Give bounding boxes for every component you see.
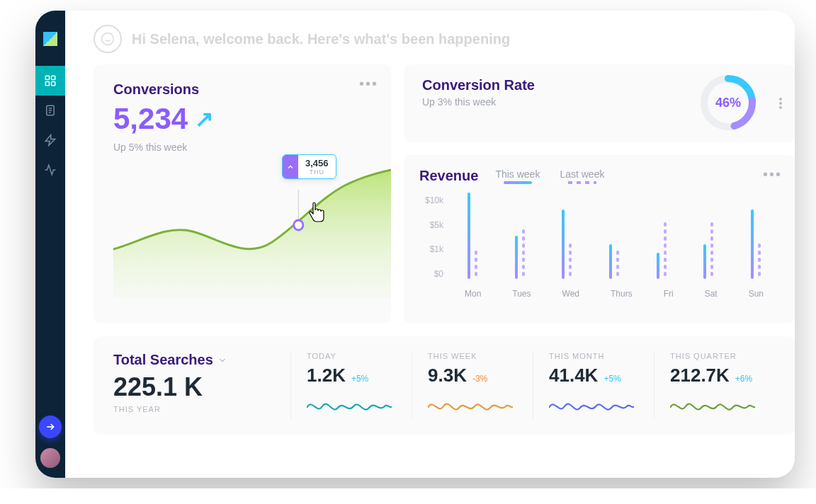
revenue-bar-Tues[interactable] bbox=[515, 193, 525, 279]
revenue-title: Revenue bbox=[419, 168, 478, 184]
conversions-card: ••• Conversions 5,234 ↗ Up 5% this week bbox=[94, 64, 391, 323]
chat-icon bbox=[94, 25, 122, 53]
avatar[interactable] bbox=[40, 448, 60, 468]
searches-title[interactable]: Total Searches bbox=[113, 352, 290, 368]
revenue-bar-Sat[interactable] bbox=[703, 193, 713, 279]
svg-rect-3 bbox=[52, 82, 55, 86]
more-icon[interactable]: ••• bbox=[763, 166, 782, 183]
document-icon bbox=[44, 104, 57, 117]
sparkline bbox=[670, 394, 775, 419]
metric-this-week: THIS WEEK 9.3K-3% bbox=[412, 352, 533, 419]
metric-this-quarter: THIS QUARTER 212.7K+6% bbox=[654, 352, 775, 419]
rate-donut: 46% bbox=[698, 73, 758, 132]
more-icon[interactable]: ••• bbox=[359, 76, 378, 92]
revenue-bar-Wed[interactable] bbox=[562, 193, 572, 279]
revenue-bar-Mon[interactable] bbox=[468, 193, 477, 279]
nav-document[interactable] bbox=[35, 96, 65, 125]
cursor-hand-icon bbox=[306, 201, 326, 224]
chevron-down-icon bbox=[217, 355, 227, 365]
more-vertical-icon[interactable] bbox=[779, 98, 782, 109]
nav-flash[interactable] bbox=[35, 125, 65, 155]
chevron-up-icon bbox=[283, 155, 298, 178]
svg-rect-1 bbox=[52, 76, 55, 79]
searches-value: 225.1 K bbox=[113, 372, 290, 402]
conversions-title: Conversions bbox=[113, 81, 391, 98]
svg-rect-0 bbox=[45, 76, 49, 79]
svg-point-10 bbox=[102, 33, 114, 45]
chart-tooltip: 3,456 THU bbox=[282, 154, 336, 179]
lightning-icon bbox=[44, 134, 57, 147]
arrow-right-icon bbox=[45, 421, 56, 433]
conversions-chart[interactable]: 3,456 THU bbox=[113, 164, 391, 299]
svg-marker-8 bbox=[45, 135, 55, 146]
action-button[interactable] bbox=[39, 416, 62, 438]
conversion-rate-card: Conversion Rate Up 3% this week 46% bbox=[404, 64, 795, 142]
activity-icon bbox=[44, 164, 57, 176]
revenue-chart[interactable]: $10k$5k$1k$0 MonTuesWedThursFriSatSun bbox=[419, 193, 779, 299]
revenue-bar-Sun[interactable] bbox=[751, 193, 761, 279]
revenue-card: ••• Revenue This week Last week $10k$5k$… bbox=[404, 155, 795, 323]
nav-dashboard[interactable] bbox=[35, 66, 65, 96]
metric-this-month: THIS MONTH 41.4K+5% bbox=[533, 352, 654, 419]
main: Hi Selena, welcome back. Here's what's b… bbox=[65, 11, 795, 478]
sidebar bbox=[35, 11, 65, 478]
grid-icon bbox=[44, 74, 57, 87]
sparkline bbox=[549, 394, 654, 419]
svg-rect-2 bbox=[45, 82, 49, 86]
revenue-bar-Thurs[interactable] bbox=[609, 193, 619, 279]
trend-up-icon: ↗ bbox=[195, 105, 214, 132]
greeting-text: Hi Selena, welcome back. Here's what's b… bbox=[132, 31, 510, 47]
logo bbox=[43, 32, 57, 46]
searches-period: THIS YEAR bbox=[113, 405, 290, 413]
conversions-value: 5,234 ↗ bbox=[113, 102, 391, 136]
sparkline bbox=[428, 394, 533, 419]
metric-today: TODAY 1.2K+5% bbox=[290, 352, 412, 419]
sparkline bbox=[307, 394, 412, 419]
revenue-bar-Fri[interactable] bbox=[657, 193, 667, 279]
conversions-subtitle: Up 5% this week bbox=[113, 142, 391, 153]
svg-point-12 bbox=[294, 220, 303, 230]
nav-activity[interactable] bbox=[35, 155, 65, 185]
revenue-legend: This week Last week bbox=[495, 168, 604, 184]
searches-card: Total Searches 225.1 K THIS YEAR TODAY 1… bbox=[94, 336, 795, 435]
